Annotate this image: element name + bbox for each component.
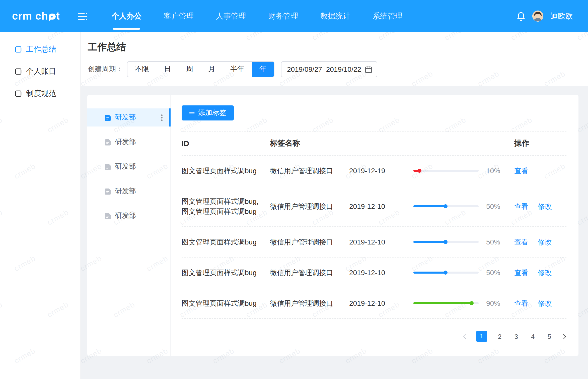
bell-icon[interactable] (517, 11, 525, 21)
top-nav-item-label: 系统管理 (373, 11, 403, 21)
top-nav-item-label: 人事管理 (216, 11, 246, 21)
progress-bar-fill (413, 272, 446, 274)
top-nav-item[interactable]: 数据统计 (319, 0, 351, 32)
cell-task-name: 图文管理页面样式调bug (182, 166, 270, 176)
filter-period-option[interactable]: 日 (157, 62, 179, 77)
filter-label: 创建周期： (88, 65, 123, 74)
top-nav-item[interactable]: 个人办公 (111, 0, 143, 32)
pagination-page[interactable]: 3 (512, 333, 520, 340)
pagination-page[interactable]: 5 (545, 333, 553, 340)
cell-tag-name: 微信用户管理调接口 (270, 201, 349, 211)
pagination-next-icon[interactable] (561, 334, 566, 339)
filter-period-option[interactable]: 半年 (223, 62, 252, 77)
view-link[interactable]: 查看 (514, 268, 528, 278)
table-body: 图文管理页面样式调bug 微信用户管理调接口 2019-12-19 10% 查看… (182, 156, 566, 319)
app-logo-text-left: crm ch (12, 10, 48, 22)
filter-period-option[interactable]: 不限 (127, 62, 157, 77)
progress-percent: 50% (486, 201, 500, 211)
document-icon (105, 163, 111, 170)
cell-progress: 50% (413, 201, 514, 211)
progress-percent: 90% (486, 298, 500, 308)
top-nav-item-label: 数据统计 (320, 11, 350, 21)
department-label: 研发部 (115, 162, 164, 171)
progress-bar-fill (413, 170, 420, 172)
pagination: 12345 (182, 331, 566, 342)
task-name-line1: 图文管理页面样式调bug (182, 268, 262, 278)
top-nav: 个人办公 客户管理 人事管理 财务管理 数据统计 系统管理 (101, 0, 414, 32)
view-link[interactable]: 查看 (514, 201, 528, 211)
cell-task-name: 图文管理页面样式调bug (182, 237, 270, 247)
progress-bar-fill (413, 241, 446, 243)
filter-period-option[interactable]: 年 (252, 62, 274, 77)
table-row: 图文管理页面样式调bug 微信用户管理调接口 2019-12-10 50% 查看… (182, 227, 566, 258)
top-nav-item[interactable]: 系统管理 (372, 0, 404, 32)
edit-link[interactable]: 修改 (538, 237, 552, 247)
department-list: 研发部 研发部 研发部 (87, 95, 171, 356)
cell-date: 2019-12-10 (349, 237, 413, 247)
top-nav-item[interactable]: 财务管理 (267, 0, 299, 32)
progress-bar-fill (413, 205, 446, 207)
cell-progress: 50% (413, 237, 514, 247)
cell-progress: 90% (413, 298, 514, 308)
user-avatar[interactable] (532, 11, 543, 22)
edit-link[interactable]: 修改 (538, 201, 552, 211)
main-layout: 工作总结 个人账目 制度规范 工作总结 创建周期： 不限日周月半年年 2019 (0, 32, 588, 379)
calendar-icon (365, 66, 372, 73)
action-divider (533, 269, 533, 276)
sidebar-item[interactable]: 个人账目 (0, 60, 80, 82)
pagination-page[interactable]: 1 (476, 331, 487, 342)
view-link[interactable]: 查看 (514, 298, 528, 308)
cell-date: 2019-12-10 (349, 201, 413, 211)
cell-actions: 查看修改 (514, 298, 566, 308)
menu-toggle-icon[interactable] (78, 12, 88, 20)
top-nav-item-label: 个人办公 (112, 11, 142, 21)
table-row: 图文管理页面样式调bug 微信用户管理调接口 2019-12-10 50% 查看… (182, 258, 566, 288)
progress-bar (413, 170, 479, 172)
filter-period-option[interactable]: 周 (179, 62, 201, 77)
app-logo-text-right: t (56, 10, 60, 22)
content-card: 研发部 研发部 研发部 (87, 95, 578, 356)
department-item[interactable]: 研发部 (87, 158, 170, 176)
add-tag-button[interactable]: 添加标签 (182, 105, 234, 120)
department-item[interactable]: 研发部 (87, 182, 170, 200)
top-nav-item[interactable]: 客户管理 (163, 0, 195, 32)
pagination-page[interactable]: 4 (529, 333, 537, 340)
username[interactable]: 迪欧欧 (550, 11, 573, 21)
header-tag-name: 标签名称 (270, 139, 349, 148)
square-menu-icon (15, 68, 22, 75)
cell-date: 2019-12-10 (349, 298, 413, 308)
pagination-page[interactable]: 2 (496, 333, 504, 340)
more-options-icon[interactable] (161, 117, 163, 118)
document-icon (105, 188, 111, 195)
view-link[interactable]: 查看 (514, 237, 528, 247)
department-item[interactable]: 研发部 (87, 108, 170, 127)
department-item[interactable]: 研发部 (87, 133, 170, 151)
page-header: 工作总结 创建周期： 不限日周月半年年 2019/09/27–2019/10/2… (81, 32, 588, 86)
sidebar-item[interactable]: 制度规范 (0, 82, 80, 104)
department-item[interactable]: 研发部 (87, 207, 170, 225)
filter-period-option[interactable]: 月 (201, 62, 223, 77)
table-row: 图文管理页面样式调bug 微信用户管理调接口 2019-12-10 90% 查看… (182, 288, 566, 319)
navbar-right: 迪欧欧 (517, 11, 573, 22)
top-nav-item-label: 客户管理 (164, 11, 194, 21)
header-actions: 操作 (514, 139, 566, 148)
department-label: 研发部 (115, 113, 161, 122)
edit-link[interactable]: 修改 (538, 268, 552, 278)
table-header-row: ID 标签名称 操作 (182, 131, 566, 156)
pagination-prev-icon[interactable] (463, 334, 468, 339)
top-nav-item[interactable]: 人事管理 (215, 0, 247, 32)
cell-task-name: 图文管理页面样式调bug (182, 268, 270, 278)
date-range-input[interactable]: 2019/09/27–2019/10/22 (281, 61, 377, 77)
action-divider (533, 300, 533, 306)
edit-link[interactable]: 修改 (538, 298, 552, 308)
department-label: 研发部 (115, 211, 164, 220)
app-logo: crm cht (12, 10, 60, 22)
task-name-line1: 图文管理页面样式调bug, (182, 196, 262, 206)
chat-bubble-icon (49, 14, 56, 20)
sidebar-item[interactable]: 工作总结 (0, 38, 80, 60)
task-name-line1: 图文管理页面样式调bug (182, 166, 262, 176)
square-menu-icon (15, 46, 22, 52)
progress-bar (413, 272, 479, 274)
view-link[interactable]: 查看 (514, 166, 528, 176)
progress-bar (413, 302, 479, 304)
